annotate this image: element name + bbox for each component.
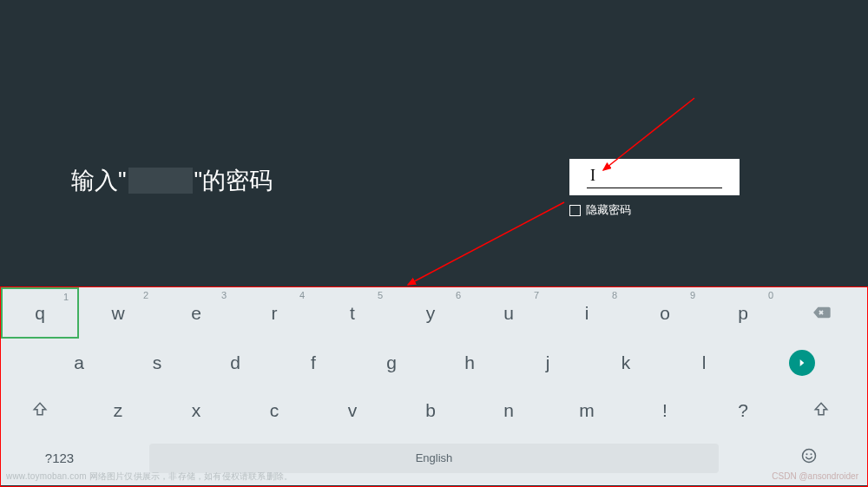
key-p[interactable]: p 0 bbox=[704, 287, 782, 339]
key-l[interactable]: l bbox=[665, 339, 743, 386]
hide-password-checkbox[interactable]: 隐藏密码 bbox=[569, 202, 740, 218]
key-spacer-l2 bbox=[1, 339, 40, 386]
shift-icon bbox=[813, 400, 829, 421]
password-prompt: 输入" "的密码 bbox=[71, 165, 273, 196]
backspace-icon bbox=[812, 303, 831, 324]
svg-point-2 bbox=[802, 450, 815, 463]
key-a[interactable]: a bbox=[40, 339, 118, 386]
input-underline bbox=[587, 188, 722, 188]
key-y[interactable]: y 6 bbox=[391, 287, 470, 339]
key-r[interactable]: r 4 bbox=[235, 287, 313, 339]
keyboard-border-annotation: q 1 w 2 e 3 r 4 t 5 y 6 u 7 i 8 bbox=[0, 286, 868, 487]
key-x[interactable]: x bbox=[157, 386, 235, 434]
key-c[interactable]: c bbox=[235, 386, 313, 434]
spacebar-label: English bbox=[149, 444, 718, 473]
key-j[interactable]: j bbox=[509, 339, 587, 386]
key-m[interactable]: m bbox=[548, 386, 626, 434]
key-t[interactable]: t 5 bbox=[313, 287, 391, 339]
password-input[interactable]: I bbox=[569, 159, 740, 195]
key-q[interactable]: q 1 bbox=[1, 287, 79, 339]
key-w[interactable]: w 2 bbox=[79, 287, 157, 339]
svg-point-3 bbox=[806, 453, 807, 455]
key-question[interactable]: ? bbox=[704, 386, 782, 434]
footer-disclaimer: www.toymoban.com 网络图片仅供展示，非存储，如有侵权请联系删除。 bbox=[6, 471, 293, 483]
key-i[interactable]: i 8 bbox=[548, 287, 626, 339]
prompt-suffix: "的密码 bbox=[194, 165, 273, 196]
key-o[interactable]: o 9 bbox=[626, 287, 704, 339]
annotation-arrow-2 bbox=[404, 198, 569, 293]
checkbox-icon bbox=[569, 205, 581, 216]
key-s[interactable]: s bbox=[118, 339, 196, 386]
prompt-prefix: 输入" bbox=[71, 165, 127, 196]
key-exclaim[interactable]: ! bbox=[626, 386, 704, 434]
key-backspace[interactable] bbox=[782, 287, 860, 339]
emoji-icon bbox=[800, 447, 818, 469]
key-h[interactable]: h bbox=[431, 339, 509, 386]
hide-password-label: 隐藏密码 bbox=[586, 202, 631, 218]
key-u[interactable]: u 7 bbox=[470, 287, 548, 339]
key-n[interactable]: n bbox=[470, 386, 548, 434]
watermark: CSDN @ansondroider bbox=[772, 471, 858, 481]
key-shift-left[interactable] bbox=[1, 386, 79, 434]
ssid-redacted bbox=[128, 168, 193, 194]
key-k[interactable]: k bbox=[587, 339, 665, 386]
key-f[interactable]: f bbox=[274, 339, 352, 386]
enter-icon bbox=[789, 350, 815, 376]
key-b[interactable]: b bbox=[391, 386, 470, 434]
onscreen-keyboard: q 1 w 2 e 3 r 4 t 5 y 6 u 7 i 8 bbox=[1, 287, 867, 485]
key-d[interactable]: d bbox=[196, 339, 274, 386]
key-g[interactable]: g bbox=[352, 339, 431, 386]
key-shift-right[interactable] bbox=[782, 386, 860, 434]
svg-point-4 bbox=[810, 453, 812, 455]
key-enter[interactable] bbox=[743, 339, 860, 386]
shift-icon bbox=[32, 400, 48, 421]
key-z[interactable]: z bbox=[79, 386, 157, 434]
text-cursor: I bbox=[590, 167, 595, 185]
key-v[interactable]: v bbox=[313, 386, 391, 434]
svg-line-1 bbox=[408, 202, 564, 285]
key-e[interactable]: e 3 bbox=[157, 287, 235, 339]
